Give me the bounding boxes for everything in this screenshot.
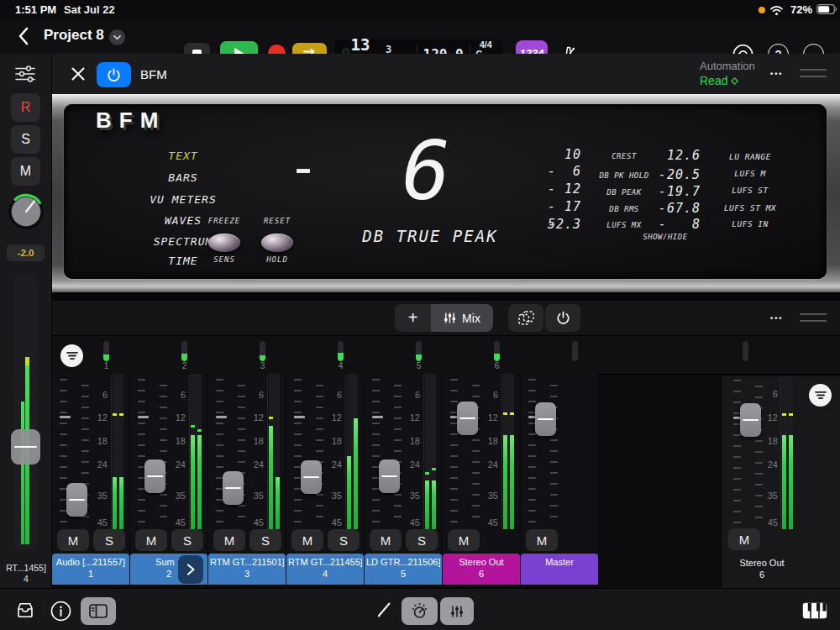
reset-hold-knob[interactable]: [261, 234, 293, 252]
solo-button[interactable]: S: [328, 529, 360, 551]
bfm-menu-vu[interactable]: VU METERS: [116, 193, 250, 206]
level-meter-bar: [425, 480, 429, 529]
track-controls-icon[interactable]: [15, 66, 36, 82]
right-label-lufsm[interactable]: LUFS M: [700, 169, 801, 178]
level-meter-track: [269, 374, 280, 529]
browser-tray-icon[interactable]: [15, 601, 35, 618]
bfm-menu-text[interactable]: TEXT: [116, 150, 250, 162]
mute-button[interactable]: M: [448, 529, 480, 551]
mix-view-button[interactable]: Mix: [431, 304, 493, 332]
mute-button[interactable]: M: [291, 529, 323, 551]
channel-name-tab[interactable]: RTM GT...211501]3: [208, 554, 286, 585]
stat-label: DB PEAK: [590, 188, 659, 197]
smart-controls-button[interactable]: [402, 597, 438, 625]
mute-button[interactable]: M: [57, 529, 89, 551]
sidebar-fader-handle[interactable]: [11, 429, 40, 465]
channel-name-tab[interactable]: RTM GT...211455]4: [286, 554, 364, 585]
overview-meter-fill: [416, 354, 422, 361]
channel-number: 1: [52, 569, 129, 579]
channel-name-tab[interactable]: Stereo Out6: [443, 554, 520, 585]
expand-buses-button[interactable]: [178, 555, 203, 584]
right-label-lufsstmx[interactable]: LUFS ST MX: [700, 203, 801, 213]
volume-fader-handle[interactable]: [144, 459, 165, 493]
fader-handle-line: [69, 499, 85, 501]
mute-button[interactable]: M: [370, 529, 402, 551]
meter-scale-label: 35: [322, 491, 342, 501]
inspector-toggle-button[interactable]: [81, 597, 116, 625]
mixer-more-button[interactable]: •••: [770, 314, 783, 323]
meter-scale-label: 45: [165, 517, 186, 528]
track-inspector-sidebar: R S M -2.0 RT...1455] 4: [0, 54, 52, 588]
automation-control[interactable]: Automation Read: [700, 60, 801, 87]
volume-fader-handle[interactable]: [457, 402, 478, 435]
channel-filter-button[interactable]: [60, 344, 83, 367]
mute-button[interactable]: M: [11, 157, 40, 186]
overview-row: 123456: [52, 336, 840, 375]
right-label-lurange[interactable]: LU RANGE: [700, 152, 801, 161]
solo-button[interactable]: S: [249, 529, 281, 551]
channel-strip: 61218243545MSRTM GT...211501]3: [208, 374, 286, 586]
meter-scale-label: 12: [165, 412, 186, 423]
project-title[interactable]: Project 8: [44, 27, 104, 44]
close-icon[interactable]: [71, 66, 86, 81]
volume-fader-handle[interactable]: [66, 483, 87, 517]
record-arm-button[interactable]: R: [11, 93, 40, 122]
meter-scale-dots: [111, 375, 112, 529]
meter-scale-dots: [423, 375, 424, 529]
pan-knob[interactable]: [8, 192, 45, 230]
overview-meter: [743, 341, 748, 361]
channel-name-tab[interactable]: Audio [...211557]1: [52, 554, 129, 585]
freeze-sens-knob[interactable]: [208, 234, 240, 252]
mute-button[interactable]: M: [213, 529, 245, 551]
back-icon[interactable]: [17, 26, 30, 46]
plugin-bypass-button[interactable]: [545, 304, 580, 332]
project-menu-button[interactable]: [109, 29, 125, 45]
right-label-lufsst[interactable]: LUFS ST: [700, 186, 801, 195]
solo-button[interactable]: S: [93, 529, 125, 551]
multiselect-button[interactable]: [508, 304, 543, 332]
solo-button[interactable]: S: [406, 529, 438, 551]
automation-mode[interactable]: Read: [700, 74, 801, 87]
mute-button[interactable]: M: [135, 529, 167, 551]
peak-hold-tick: [113, 413, 117, 416]
channel-name-tab[interactable]: LD GTR...211506]5: [365, 554, 442, 585]
pinned-channel-name[interactable]: Stereo Out: [722, 558, 802, 568]
mute-button[interactable]: M: [526, 529, 558, 551]
fader-handle-line: [225, 487, 241, 489]
plugin-power-button[interactable]: [97, 62, 131, 87]
volume-fader-handle[interactable]: [223, 471, 244, 505]
meter-scale-label: 35: [758, 491, 778, 501]
channel-number: 4: [286, 569, 364, 579]
solo-button[interactable]: S: [171, 529, 203, 551]
reset-label: RESET: [244, 217, 311, 225]
fader-ticks: [294, 379, 323, 523]
plugin-more-button[interactable]: •••: [770, 70, 783, 78]
info-icon[interactable]: [50, 601, 71, 622]
channel-name: Audio [...211557]: [54, 557, 128, 567]
mute-button[interactable]: M: [728, 528, 760, 550]
solo-button[interactable]: S: [11, 125, 40, 154]
pan-value-badge[interactable]: -2.0: [7, 244, 45, 261]
pinned-channel-number: 6: [722, 570, 802, 580]
sidebar-meter-bar: [21, 402, 24, 544]
add-track-button[interactable]: +: [395, 304, 431, 332]
bfm-menu-bars[interactable]: BARS: [116, 171, 250, 184]
channel-name-tab[interactable]: Master: [521, 554, 598, 585]
channel-filter-button[interactable]: [809, 384, 832, 407]
mixer-drag-handle[interactable]: [800, 313, 827, 322]
volume-fader-handle[interactable]: [535, 402, 556, 436]
level-meter-track: [191, 374, 202, 529]
volume-fader-handle[interactable]: [301, 460, 322, 494]
diamond-icon: [731, 77, 738, 85]
right-label-lufsin[interactable]: LUFS IN: [700, 219, 801, 228]
show-hide-button[interactable]: SHOW/HIDE: [606, 233, 724, 241]
piano-keyboard-icon[interactable]: [802, 602, 827, 619]
fader-handle-line: [459, 417, 475, 419]
pencil-edit-icon[interactable]: [376, 601, 393, 618]
meter-value-row: -6: [522, 164, 583, 178]
volume-fader-handle[interactable]: [379, 459, 400, 493]
mixer-toggle-button[interactable]: [440, 597, 474, 625]
meter-scale-label: 18: [400, 436, 420, 446]
plugin-drag-handle[interactable]: [800, 69, 827, 77]
overview-meter-fill: [103, 354, 109, 361]
